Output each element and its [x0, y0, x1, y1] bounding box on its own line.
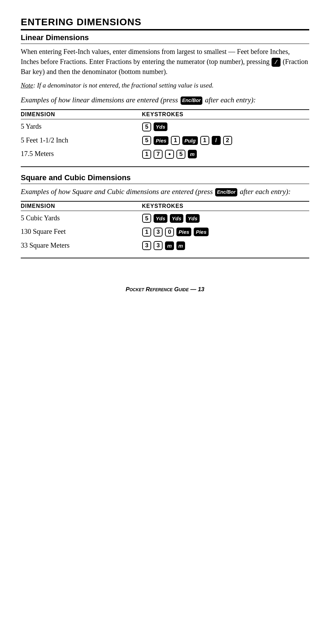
section2-heading: Square and Cubic Dimensions — [21, 173, 309, 182]
footer: Pocket Reference Guide — 13 — [21, 286, 309, 293]
table-row: 5 Yards 5 Yds — [21, 119, 309, 133]
key-yds2c: Yds — [186, 214, 200, 223]
key-2: 2 — [223, 136, 232, 145]
key-7: 7 — [154, 150, 163, 159]
key-1c: 1 — [142, 150, 151, 159]
key-pulg: Pulg — [182, 136, 198, 145]
key-dot: • — [165, 150, 174, 159]
table-row: 17.5 Meters 1 7 • 5 m — [21, 147, 309, 160]
dimension-cell: 33 Square Meters — [21, 238, 142, 252]
example-text2: after each entry): — [205, 96, 256, 104]
key-3a: 3 — [142, 241, 151, 250]
key-yds2b: Yds — [170, 214, 184, 223]
page-content: ENTERING DIMENSIONS Linear Dimensions Wh… — [21, 17, 309, 293]
fraction-bar-key: ∕ — [272, 58, 281, 67]
section2-rule — [21, 184, 309, 184]
table-col-keystrokes: KEYSTROKES — [142, 110, 309, 119]
example2-text1: Examples of how Square and Cubic dimensi… — [21, 187, 213, 196]
table2-col-keystrokes: KEYSTROKES — [142, 201, 309, 211]
key-5b: 5 — [142, 136, 151, 145]
key-1b: 1 — [200, 136, 209, 145]
keystrokes-cell: 5 Yds Yds Yds — [142, 211, 309, 225]
keystrokes-cell: 3 3 m m — [142, 238, 309, 252]
dimension-cell: 5 Yards — [21, 119, 142, 133]
example-heading2: Examples of how Square and Cubic dimensi… — [21, 187, 309, 197]
body-paragraph: When entering Feet-Inch values, enter di… — [21, 47, 309, 77]
dimension-cell: 130 Square Feet — [21, 224, 142, 238]
table-row: 5 Feet 1-1/2 Inch 5 Pies 1 Pulg 1 / 2 — [21, 133, 309, 147]
table-row: 5 Cubic Yards 5 Yds Yds Yds — [21, 211, 309, 225]
table2-bottom-rule — [21, 258, 309, 258]
table2-col-dimension: DIMENSION — [21, 201, 142, 211]
encbor-key-1: Enc/Bor — [181, 96, 203, 105]
key-m2a: m — [165, 241, 174, 250]
body-text1: When entering Feet-Inch values, enter di… — [21, 48, 290, 65]
key-pies: Pies — [154, 136, 168, 145]
main-title: ENTERING DIMENSIONS — [21, 17, 309, 28]
cubic-table: DIMENSION KEYSTROKES 5 Cubic Yards 5 Yds… — [21, 201, 309, 252]
dimension-cell: 5 Feet 1-1/2 Inch — [21, 133, 142, 147]
keystrokes-cell: 5 Pies 1 Pulg 1 / 2 — [142, 133, 309, 147]
note-text: : If a denominator is not entered, the f… — [33, 82, 214, 89]
key-slash: / — [212, 136, 221, 145]
keystrokes-cell: 5 Yds — [142, 119, 309, 133]
table-row: 130 Square Feet 1 3 0 Pies Pies — [21, 224, 309, 238]
key-5c: 5 — [176, 150, 185, 159]
key-5d: 5 — [142, 214, 151, 223]
key-5: 5 — [142, 122, 151, 131]
key-3b: 3 — [154, 241, 163, 250]
dimension-cell: 5 Cubic Yards — [21, 211, 142, 225]
note-label: Note — [21, 82, 33, 89]
note-paragraph: Note: If a denominator is not entered, t… — [21, 81, 309, 90]
section1-rule — [21, 44, 309, 44]
title-rule — [21, 29, 309, 30]
linear-table: DIMENSION KEYSTROKES 5 Yards 5 Yds 5 Fee… — [21, 109, 309, 160]
key-m2b: m — [176, 241, 185, 250]
key-pies2a: Pies — [176, 228, 191, 236]
key-yds: Yds — [154, 122, 167, 131]
key-pies2b: Pies — [194, 228, 209, 236]
example-heading1: Examples of how linear dimensions are en… — [21, 95, 309, 105]
keystrokes-cell: 1 3 0 Pies Pies — [142, 224, 309, 238]
table1-bottom-rule — [21, 166, 309, 167]
key-3: 3 — [154, 228, 163, 237]
example-text1: Examples of how linear dimensions are en… — [21, 96, 178, 104]
key-m: m — [188, 150, 196, 158]
dimension-cell: 17.5 Meters — [21, 147, 142, 160]
key-1: 1 — [171, 136, 180, 145]
section1-heading: Linear Dimensions — [21, 33, 309, 42]
encbor-key-2: Enc/Bor — [215, 188, 237, 196]
table-row: 33 Square Meters 3 3 m m — [21, 238, 309, 252]
key-1e: 1 — [142, 228, 151, 237]
key-0: 0 — [165, 228, 174, 237]
table-col-dimension: DIMENSION — [21, 110, 142, 119]
example2-text2: after each entry): — [240, 187, 291, 196]
key-yds2a: Yds — [154, 214, 167, 223]
footer-text: Pocket Reference Guide — 13 — [126, 286, 204, 293]
keystrokes-cell: 1 7 • 5 m — [142, 147, 309, 160]
